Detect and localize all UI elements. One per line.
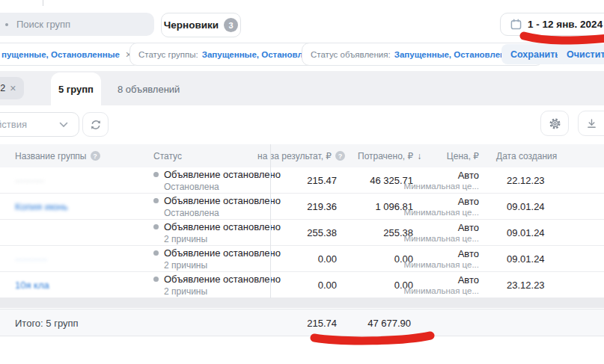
created-cell: 09.01.24 [507, 220, 545, 245]
status-dot-icon [153, 277, 159, 282]
totals-row: Итого: 5 групп 215.74 47 677.90 [0, 309, 604, 336]
table-row: ········· Объявление остановлено Останов… [0, 167, 604, 194]
created-cell: 09.01.24 [507, 194, 545, 219]
ads-groups-screen: Черновики 3 1 - 12 янв. 2024 пущенные, О… [0, 0, 604, 364]
price-cell: Авто Минимальная це... [404, 167, 479, 193]
help-icon[interactable]: ? [335, 151, 345, 161]
tab-groups[interactable]: 5 групп [51, 73, 101, 105]
price-cell: Авто Минимальная це... [404, 194, 479, 219]
status-dot-icon [153, 224, 159, 229]
column-header-status[interactable]: Статус [153, 144, 182, 167]
filter-value: пущенные, Остановленные [1, 50, 120, 59]
drafts-count-badge: 3 [224, 18, 238, 32]
date-underline-annotation [524, 36, 604, 40]
close-icon[interactable]: × [10, 82, 16, 94]
help-icon[interactable]: ? [91, 151, 100, 161]
status-dot-icon [153, 250, 159, 256]
calendar-icon [510, 19, 522, 30]
drafts-label: Черновики [164, 19, 219, 31]
price-cell: Авто Минимальная це... [404, 246, 479, 271]
table-row: 10я кла Объявление остановлено 2 причины… [0, 272, 604, 298]
sort-desc-icon[interactable]: ↓ [417, 151, 421, 161]
column-header-name[interactable]: Название группы ? [15, 144, 100, 167]
selected-items-label: но 2 [0, 83, 5, 93]
refresh-icon [90, 119, 102, 131]
frozen-column-divider [270, 144, 271, 298]
clear-filters-button[interactable]: Очистить [558, 44, 604, 64]
table-row: Копия июнь Объявление остановлено Остано… [0, 194, 604, 220]
result-price-cell: 0.00 [318, 272, 337, 297]
column-header-created[interactable]: Дата создания [496, 144, 557, 167]
price-cell: Авто Минимальная це... [404, 272, 479, 297]
chevron-down-icon [59, 122, 68, 128]
status-cell: Объявление остановлено 2 причины [153, 272, 281, 297]
price-cell: Авто Минимальная це... [404, 220, 479, 245]
date-range-value: 1 - 12 янв. 2024 [528, 19, 603, 30]
status-cell: Объявление остановлено Остановлена [153, 167, 281, 193]
status-cell: Объявление остановлено Остановлена [153, 194, 281, 219]
status-cell: Объявление остановлено 2 причины [153, 246, 281, 271]
refresh-button[interactable] [82, 112, 109, 137]
group-name-link[interactable]: ········· [15, 167, 44, 193]
horizontal-scrollbar[interactable] [0, 298, 604, 308]
gear-icon [549, 117, 561, 130]
totals-underline-annotation [314, 336, 430, 341]
drafts-button[interactable]: Черновики 3 [161, 13, 241, 37]
group-name-link[interactable]: ·········· [15, 246, 47, 271]
result-price-cell: 219.36 [307, 194, 337, 219]
status-cell: Объявление остановлено 2 причины [153, 220, 281, 245]
result-price-cell: 215.47 [307, 167, 337, 193]
result-price-cell: 0.00 [318, 246, 337, 271]
search-icon [5, 23, 8, 26]
filter-chip-campaign-status[interactable]: пущенные, Остановленные × [0, 43, 141, 66]
date-range-picker[interactable]: 1 - 12 янв. 2024 [500, 13, 604, 36]
group-name-link[interactable]: 10я кла [15, 272, 49, 297]
tab-ads[interactable]: 8 объявлений [107, 73, 190, 105]
substatus: Остановлена [164, 182, 281, 192]
actions-label: Действия [0, 119, 27, 130]
table-row: ·········· Объявление остановлено 2 прич… [0, 246, 604, 272]
cropped-edge-line [43, 0, 43, 6]
substatus: 2 причины [164, 286, 281, 297]
totals-result-price: 215.74 [307, 318, 337, 329]
download-icon [586, 118, 597, 129]
totals-spent: 47 677.90 [367, 318, 411, 329]
group-name-link[interactable]: Копия июнь [15, 194, 68, 219]
substatus: 2 причины [164, 260, 281, 271]
substatus: 2 причины [164, 234, 281, 244]
result-price-cell: 255.38 [307, 220, 337, 245]
table-header: Название группы ? Статус на за результат… [0, 144, 604, 168]
created-cell: 09.01.24 [507, 246, 545, 271]
group-search-field[interactable] [0, 13, 154, 36]
column-header-price[interactable]: Цена, ₽ [447, 144, 479, 167]
export-button[interactable] [578, 111, 604, 136]
filter-label: Статус группы: [138, 50, 198, 59]
status-dot-icon [153, 198, 159, 203]
status-dot-icon [153, 172, 159, 177]
search-input[interactable] [15, 18, 145, 31]
created-cell: 23.12.23 [507, 272, 545, 297]
actions-dropdown[interactable]: Действия [0, 112, 79, 137]
column-header-spent[interactable]: Потрачено, ₽ ↓ [358, 144, 421, 167]
created-cell: 22.12.23 [507, 167, 545, 193]
substatus: Остановлена [164, 208, 281, 218]
table-settings-button[interactable] [540, 111, 569, 136]
totals-label: Итого: 5 групп [15, 318, 79, 329]
selected-items-chip[interactable]: но 2 × [0, 77, 24, 99]
table-row: Объявление остановлено 2 причины 255.38 … [0, 220, 604, 246]
filter-label: Статус объявления: [311, 50, 391, 59]
